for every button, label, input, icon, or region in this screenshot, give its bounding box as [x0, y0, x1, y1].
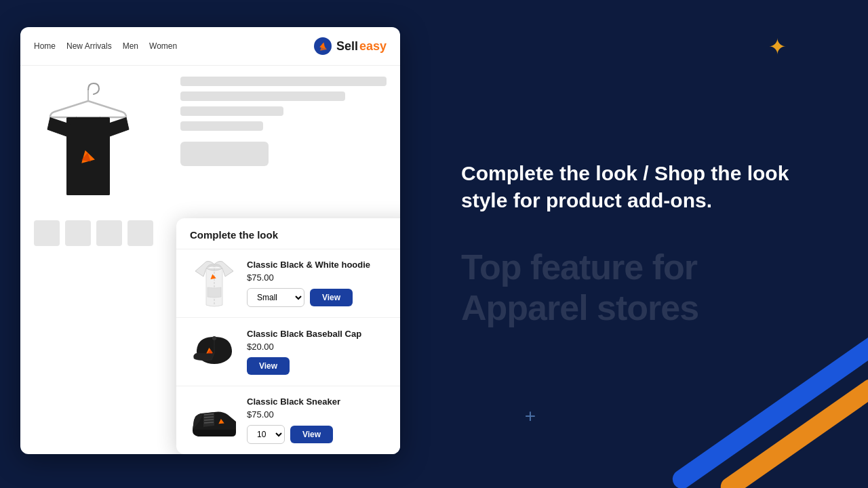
- main-container: Home New Arrivals Men Women Selleasy: [0, 0, 868, 488]
- nav-new-arrivals[interactable]: New Arrivals: [66, 41, 112, 51]
- skeleton-line4: [180, 121, 263, 131]
- main-headline: Complete the look / Shop the lookstyle f…: [461, 160, 827, 215]
- sneaker-price: $75.00: [247, 409, 400, 420]
- brand-logo: Selleasy: [313, 37, 387, 56]
- cap-name: Classic Black Baseball Cap: [247, 329, 400, 339]
- hoodie-view-button[interactable]: View: [310, 289, 353, 306]
- product-row-cap: Classic Black Baseball Cap $20.00 View: [176, 318, 400, 386]
- cap-view-button[interactable]: View: [247, 357, 290, 375]
- hoodie-details: Classic Black & White hoodie $75.00 Smal…: [247, 260, 400, 307]
- sneaker-image: [190, 396, 239, 445]
- cap-price: $20.00: [247, 342, 400, 352]
- skeleton-button: [180, 142, 269, 166]
- browser-mockup: Home New Arrivals Men Women Selleasy: [20, 27, 400, 454]
- nav-women[interactable]: Women: [149, 41, 177, 51]
- sub-headline: Top feature for Apparel stores: [461, 247, 827, 329]
- hoodie-actions: Small Medium Large XL View: [247, 288, 400, 307]
- skeleton-subtitle: [180, 92, 345, 101]
- thumb-4[interactable]: [127, 220, 153, 246]
- cap-actions: View: [247, 357, 400, 375]
- hoodie-name: Classic Black & White hoodie: [247, 260, 400, 270]
- hoodie-svg: [191, 259, 237, 308]
- sneaker-actions: 8 9 10 11 12 View: [247, 425, 400, 444]
- sneaker-name: Classic Black Sneaker: [247, 396, 400, 407]
- product-row-hoodie: Classic Black & White hoodie $75.00 Smal…: [176, 249, 400, 318]
- navigation-bar: Home New Arrivals Men Women Selleasy: [20, 27, 400, 66]
- browser-panel: Home New Arrivals Men Women Selleasy: [0, 0, 420, 488]
- cap-svg: [191, 331, 237, 372]
- sneaker-view-button[interactable]: View: [290, 426, 333, 443]
- nav-links: Home New Arrivals Men Women: [34, 41, 177, 51]
- svg-line-16: [204, 417, 214, 418]
- product-image-section: [34, 77, 170, 246]
- hoodie-price: $75.00: [247, 272, 400, 283]
- nav-home[interactable]: Home: [34, 41, 56, 51]
- logo-icon: [313, 37, 332, 56]
- thumbnail-row: [34, 220, 170, 246]
- thumb-1[interactable]: [34, 220, 60, 246]
- sneaker-size-select[interactable]: 8 9 10 11 12: [247, 425, 285, 444]
- svg-line-17: [204, 420, 214, 420]
- main-product-image: [34, 77, 142, 212]
- sub-line2: Apparel stores: [461, 288, 827, 329]
- logo-easy: easy: [359, 39, 387, 54]
- complete-look-panel: Complete the look: [176, 218, 400, 454]
- skeleton-title: [180, 77, 387, 86]
- nav-men[interactable]: Men: [123, 41, 138, 51]
- hoodie-image: [190, 259, 239, 308]
- hanger-wrap: [41, 82, 136, 207]
- skeleton-line3: [180, 106, 283, 116]
- product-row-sneaker: Classic Black Sneaker $75.00 8 9 10 11 1…: [176, 386, 400, 454]
- cap-image: [190, 327, 239, 376]
- cap-details: Classic Black Baseball Cap $20.00 View: [247, 329, 400, 375]
- thumb-3[interactable]: [96, 220, 122, 246]
- svg-rect-6: [66, 190, 110, 195]
- tshirt-svg: [41, 82, 136, 207]
- thumb-2[interactable]: [65, 220, 91, 246]
- sub-line1: Top feature for: [461, 247, 827, 288]
- hoodie-size-select[interactable]: Small Medium Large XL: [247, 288, 304, 307]
- logo-sell: Sell: [336, 39, 358, 54]
- svg-line-18: [204, 422, 214, 423]
- sneaker-details: Classic Black Sneaker $75.00 8 9 10 11 1…: [247, 396, 400, 444]
- right-panel: Complete the look / Shop the lookstyle f…: [420, 0, 868, 488]
- svg-line-15: [204, 414, 214, 415]
- sneaker-svg: [190, 401, 239, 439]
- panel-title: Complete the look: [176, 218, 400, 249]
